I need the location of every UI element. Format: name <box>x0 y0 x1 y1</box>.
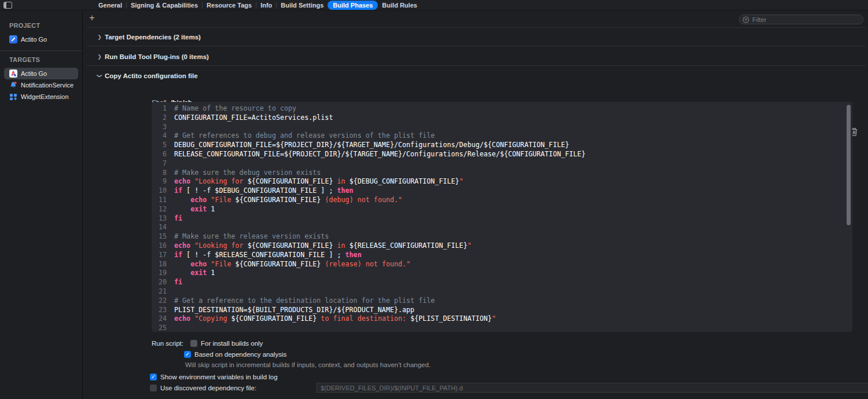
dep-file-label: Use discovered dependency file: <box>160 385 256 391</box>
phase-title: Target Dependencies (2 items) <box>105 34 201 41</box>
tab-build-settings[interactable]: Build Settings <box>277 1 328 10</box>
run-script-row: Run script: ✓ For install builds only <box>152 339 263 347</box>
code-line: 12 exit 1 <box>152 205 852 214</box>
tab-build-rules[interactable]: Build Rules <box>378 1 421 10</box>
editor-scrollbar[interactable] <box>847 105 851 225</box>
target-item-label: WidgetExtension <box>21 93 69 100</box>
xcode-project-icon <box>9 35 17 43</box>
code-line: 8# Make sure the debug version exists <box>152 169 852 178</box>
tab-resource-tags[interactable]: Resource Tags <box>203 1 256 10</box>
run-script-label: Run script: <box>152 340 183 347</box>
build-phases-toolbar: + Filter <box>83 10 868 27</box>
project-item-label: Actito Go <box>21 36 47 43</box>
code-line: 15# Make sure the release version exists <box>152 232 852 241</box>
for-install-builds-checkbox[interactable]: ✓ <box>190 340 197 347</box>
phase-run-build-tool-plugins[interactable]: ❯ Run Build Tool Plug-ins (0 items) <box>83 47 868 66</box>
code-line: 4# Get references to debug and release v… <box>152 131 852 141</box>
show-env-label: Show environment variables in build log <box>160 374 278 380</box>
add-build-phase-button[interactable]: + <box>87 12 97 24</box>
dep-file-row: ✓ Use discovered dependency file: $(DERI… <box>150 384 256 392</box>
app-target-icon: A <box>9 69 17 78</box>
sidebar-divider <box>0 50 82 51</box>
dependency-analysis-row: ✓ Based on dependency analysis <box>184 350 286 358</box>
project-navigator-sidebar: PROJECT Actito Go TARGETS A Actito Go No… <box>0 10 83 399</box>
section-divider <box>87 46 866 46</box>
code-line: 5DEBUG_CONFIGURATION_FILE=${PROJECT_DIR}… <box>152 141 852 150</box>
code-line: 23PLIST_DESTINATION=${BUILT_PRODUCTS_DIR… <box>152 306 852 315</box>
target-item-actito-go[interactable]: A Actito Go <box>4 68 78 79</box>
code-line: 25 <box>152 324 852 332</box>
code-line: 11 echo "File ${CONFIGURATION_FILE} (deb… <box>152 196 852 205</box>
phase-target-dependencies[interactable]: ❯ Target Dependencies (2 items) <box>83 28 868 46</box>
code-line: 14 <box>152 223 852 232</box>
tab-build-phases[interactable]: Build Phases <box>328 1 378 10</box>
chevron-right-icon[interactable]: ❯ <box>96 34 103 40</box>
for-install-builds-label: For install builds only <box>201 340 263 347</box>
dependency-analysis-note: Will skip script in incremental builds i… <box>185 361 431 368</box>
project-section-header: PROJECT <box>0 22 82 29</box>
build-phases-editor: + Filter ❯ Target Dependencies (2 items)… <box>83 10 868 399</box>
filter-field[interactable]: Filter <box>739 14 863 24</box>
code-line: 19 exit 1 <box>152 269 852 278</box>
code-line: 1# Name of the resource to copy <box>152 104 852 114</box>
code-line: 9echo "Looking for ${CONFIGURATION_FILE}… <box>152 177 852 186</box>
target-item-label: Actito Go <box>21 70 47 77</box>
dependency-analysis-label: Based on dependency analysis <box>194 351 286 358</box>
sidebar-toggle-icon[interactable] <box>3 2 12 9</box>
code-line: 21 <box>152 287 852 296</box>
target-editor-tabs: General Signing & Capabilities Resource … <box>94 0 421 10</box>
phase-title: Run Build Tool Plug-ins (0 items) <box>105 53 209 60</box>
code-line: 18 echo "File ${CONFIGURATION_FILE} (rel… <box>152 260 852 269</box>
dep-file-checkbox[interactable]: ✓ <box>150 385 157 391</box>
script-editor[interactable]: 1# Name of the resource to copy2CONFIGUR… <box>152 102 852 332</box>
code-line: 10if [ ! -f $DEBUG_CONFIGURATION_FILE ] … <box>152 186 852 196</box>
tab-info[interactable]: Info <box>256 1 276 10</box>
phase-copy-actito-configuration-file[interactable]: ❯ Copy Actito configuration file <box>83 67 868 85</box>
target-item-label: NotificationService <box>21 82 73 89</box>
widget-icon <box>9 93 17 101</box>
top-tab-bar: General Signing & Capabilities Resource … <box>0 0 868 10</box>
code-line: 22# Get a reference to the destination l… <box>152 296 852 306</box>
code-line: 13fi <box>152 214 852 224</box>
tab-general[interactable]: General <box>94 1 126 10</box>
section-divider <box>87 65 866 66</box>
targets-section-header: TARGETS <box>0 56 82 63</box>
chevron-right-icon[interactable]: ❯ <box>96 54 103 60</box>
show-env-row: ✓ Show environment variables in build lo… <box>150 373 278 381</box>
code-line: 2CONFIGURATION_FILE=ActitoServices.plist <box>152 114 852 123</box>
code-line: 3 <box>152 123 852 132</box>
dependency-analysis-checkbox[interactable]: ✓ <box>184 351 191 358</box>
code-line: 6RELEASE_CONFIGURATION_FILE=${PROJECT_DI… <box>152 150 852 159</box>
chevron-down-icon[interactable]: ❯ <box>97 72 102 79</box>
phase-title: Copy Actito configuration file <box>105 72 198 79</box>
target-item-notification-service[interactable]: NotificationService <box>0 79 82 91</box>
show-env-checkbox[interactable]: ✓ <box>150 374 157 380</box>
filter-placeholder: Filter <box>752 16 766 23</box>
tab-signing-capabilities[interactable]: Signing & Capabilities <box>127 1 202 10</box>
project-item[interactable]: Actito Go <box>0 34 82 45</box>
script-editor-code: 1# Name of the resource to copy2CONFIGUR… <box>152 104 852 332</box>
code-line: 16echo "Looking for ${CONFIGURATION_FILE… <box>152 241 852 251</box>
dep-file-input[interactable]: $(DERIVED_FILES_DIR)/$(INPUT_FILE_PATH).… <box>317 383 868 393</box>
code-line: 20fi <box>152 278 852 287</box>
bell-icon <box>9 81 17 89</box>
code-line: 17if [ ! -f $RELEASE_CONFIGURATION_FILE … <box>152 251 852 260</box>
filter-icon <box>742 16 749 23</box>
target-item-widget-extension[interactable]: WidgetExtension <box>0 91 82 103</box>
code-line: 24echo "Copying ${CONFIGURATION_FILE} to… <box>152 314 852 324</box>
code-line: 7 <box>152 159 852 169</box>
